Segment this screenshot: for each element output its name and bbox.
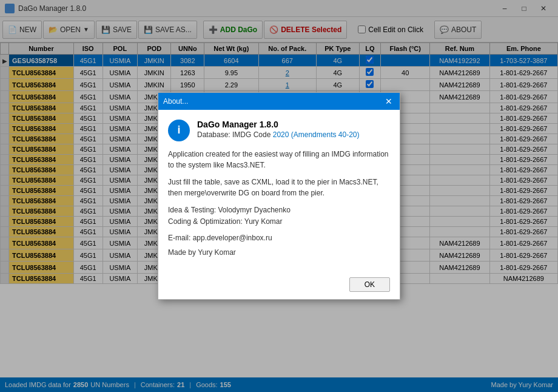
about-credits: Idea & Testing: Volodymyr Dyachenko Codi… [168, 204, 390, 228]
about-info-row: i DaGo Manager 1.8.0 Database: IMDG Code… [168, 120, 390, 141]
about-dialog: About... ✕ i DaGo Manager 1.8.0 Database… [158, 92, 400, 300]
about-made-by: Made by Yury Komar [168, 248, 390, 257]
about-text-block: DaGo Manager 1.8.0 Database: IMDG Code 2… [197, 120, 359, 139]
about-dialog-titlebar: About... ✕ [158, 93, 400, 110]
about-desc2: Just fill the table, save as CXML, load … [168, 177, 390, 198]
about-app-name: DaGo Manager 1.8.0 [197, 120, 359, 129]
about-coding-label: Coding & Optimization: Yury Komar [168, 216, 390, 228]
about-dialog-title: About... [163, 97, 188, 106]
about-info-icon: i [168, 120, 190, 141]
about-dialog-body: i DaGo Manager 1.8.0 Database: IMDG Code… [158, 110, 400, 272]
about-email: E-mail: app.developer@inbox.ru [168, 234, 390, 242]
about-desc1: Application created for the easiest way … [168, 149, 390, 171]
about-idea-label: Idea & Testing: Volodymyr Dyachenko [168, 204, 390, 216]
about-ok-button[interactable]: OK [349, 277, 390, 292]
about-dialog-footer: OK [158, 272, 400, 299]
about-close-button[interactable]: ✕ [383, 96, 395, 106]
about-db-highlight: 2020 (Amendments 40-20) [273, 130, 360, 139]
about-db-line: Database: IMDG Code 2020 (Amendments 40-… [197, 130, 359, 139]
modal-overlay: About... ✕ i DaGo Manager 1.8.0 Database… [0, 0, 558, 392]
